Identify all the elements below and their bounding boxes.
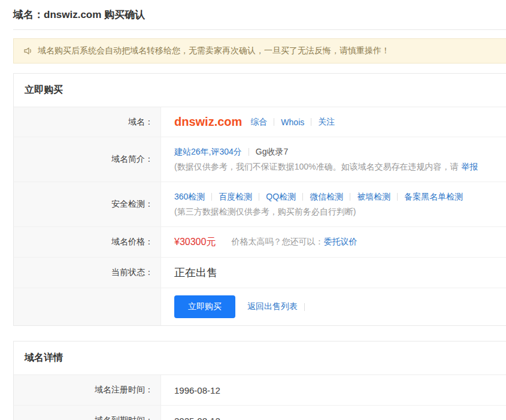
detail-panel: 域名详情 域名注册时间： 1996-08-12 域名到期时间： 2025-08-… bbox=[13, 341, 506, 420]
domain-row: 域名： dnswiz.com 综合 Whois 关注 bbox=[14, 107, 506, 137]
check-qq-link[interactable]: QQ检测 bbox=[266, 192, 296, 203]
action-label-spacer bbox=[14, 288, 161, 325]
report-link[interactable]: 举报 bbox=[461, 162, 478, 171]
security-label: 安全检测： bbox=[14, 182, 161, 226]
status-row: 当前状态： 正在出售 bbox=[14, 258, 506, 288]
check-icp-blacklist-link[interactable]: 备案黑名单检测 bbox=[404, 192, 463, 203]
buy-panel-title: 立即购买 bbox=[14, 74, 506, 107]
detail-panel-title: 域名详情 bbox=[14, 342, 506, 375]
back-to-list-link[interactable]: 返回出售列表 bbox=[247, 301, 298, 312]
buy-now-button[interactable]: 立即购买 bbox=[174, 295, 235, 318]
divider bbox=[274, 118, 274, 126]
divider bbox=[249, 148, 249, 156]
price-hint: 价格太高吗？您还可以： bbox=[231, 237, 323, 247]
intro-disclaimer: (数据仅供参考，我们不保证数据100%准确。如该域名交易存在违规内容，请 bbox=[174, 162, 458, 171]
divider bbox=[350, 193, 350, 201]
google-index-count: Gg收录7 bbox=[256, 147, 288, 158]
expire-date-row: 域名到期时间： 2025-08-12 bbox=[14, 406, 506, 420]
speaker-icon bbox=[23, 46, 33, 56]
status-value: 正在出售 bbox=[174, 265, 506, 280]
register-date-row: 域名注册时间： 1996-08-12 bbox=[14, 375, 506, 406]
register-date-label: 域名注册时间： bbox=[14, 375, 161, 405]
site-age-link[interactable]: 建站26年,评304分 bbox=[174, 147, 242, 158]
domain-name: dnswiz.com bbox=[174, 115, 242, 129]
notice-bar: 域名购买后系统会自动把域名转移给您，无需卖家再次确认，一旦买了无法反悔，请慎重操… bbox=[13, 38, 506, 64]
check-baidu-link[interactable]: 百度检测 bbox=[219, 192, 252, 203]
divider bbox=[304, 303, 305, 311]
domain-link-overview[interactable]: 综合 bbox=[250, 117, 267, 128]
divider bbox=[211, 193, 212, 201]
intro-row: 域名简介： 建站26年,评304分 Gg收录7 (数据仅供参考，我们不保证数据1… bbox=[14, 137, 506, 182]
price-row: 域名价格： ¥30300元 价格太高吗？您还可以： 委托议价 bbox=[14, 227, 506, 258]
price-value: ¥30300元 bbox=[174, 236, 216, 249]
register-date-value: 1996-08-12 bbox=[174, 385, 506, 395]
negotiate-price-link[interactable]: 委托议价 bbox=[323, 237, 357, 247]
status-label: 当前状态： bbox=[14, 258, 161, 288]
domain-link-follow[interactable]: 关注 bbox=[318, 117, 335, 128]
notice-text: 域名购买后系统会自动把域名转移给您，无需卖家再次确认，一旦买了无法反悔，请慎重操… bbox=[38, 46, 390, 56]
page: 域名：dnswiz.com 购买确认 域名购买后系统会自动把域名转移给您，无需卖… bbox=[0, 8, 506, 420]
buy-panel: 立即购买 域名： dnswiz.com 综合 Whois 关注 域名简介： 建站… bbox=[13, 73, 506, 326]
security-disclaimer: (第三方数据检测仅供参考，购买前务必自行判断) bbox=[174, 207, 356, 216]
intro-label: 域名简介： bbox=[14, 137, 161, 182]
expire-date-label: 域名到期时间： bbox=[14, 406, 161, 420]
divider bbox=[397, 193, 398, 201]
security-row: 安全检测： 360检测 百度检测 QQ检测 微信检测 被墙检测 备案黑名单检测 … bbox=[14, 182, 506, 227]
check-360-link[interactable]: 360检测 bbox=[174, 192, 205, 203]
expire-date-value: 2025-08-12 bbox=[174, 416, 506, 420]
page-title: 域名：dnswiz.com 购买确认 bbox=[13, 8, 506, 22]
divider bbox=[311, 118, 311, 126]
domain-label: 域名： bbox=[14, 107, 161, 137]
check-gfw-link[interactable]: 被墙检测 bbox=[357, 192, 390, 203]
domain-link-whois[interactable]: Whois bbox=[281, 117, 304, 127]
divider bbox=[259, 193, 259, 201]
divider bbox=[302, 193, 303, 201]
title-divider bbox=[13, 29, 506, 30]
price-label: 域名价格： bbox=[14, 227, 161, 257]
check-wechat-link[interactable]: 微信检测 bbox=[310, 192, 343, 203]
action-row: 立即购买 返回出售列表 bbox=[14, 288, 506, 325]
